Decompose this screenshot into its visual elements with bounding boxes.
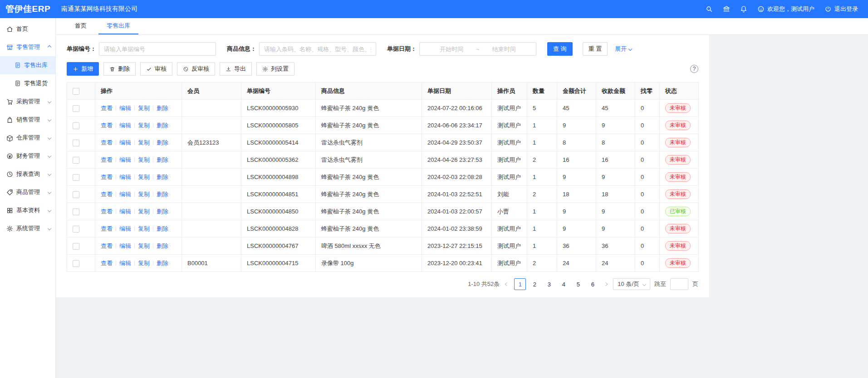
view-link[interactable]: 查看 <box>101 122 113 129</box>
bank-icon[interactable] <box>723 5 730 13</box>
edit-link[interactable]: 编辑 <box>119 191 131 198</box>
page-number-button[interactable]: 2 <box>529 278 540 290</box>
reset-button[interactable]: 重 置 <box>583 42 608 56</box>
row-checkbox[interactable] <box>73 226 79 233</box>
date-range-picker[interactable]: ~ <box>419 42 536 56</box>
sidebar-item-retail-outbound[interactable]: 零售出库 <box>0 56 55 74</box>
copy-link[interactable]: 复制 <box>138 260 150 267</box>
view-link[interactable]: 查看 <box>101 174 113 180</box>
copy-link[interactable]: 复制 <box>138 174 150 180</box>
bell-icon[interactable] <box>740 5 747 13</box>
amount-cell: 18 <box>557 186 596 203</box>
page-number-button[interactable]: 3 <box>543 278 555 290</box>
jump-page-input[interactable] <box>670 278 688 290</box>
welcome-user[interactable]: 欢迎您，测试用户 <box>757 5 814 13</box>
edit-link[interactable]: 编辑 <box>119 105 131 111</box>
sidebar-item-retail-return[interactable]: 零售退货 <box>0 74 55 92</box>
goods-cell: 蜂蜜柚子茶 240g 黄色 <box>316 117 422 134</box>
column-settings-button[interactable]: 列设置 <box>256 62 294 76</box>
select-all-checkbox[interactable] <box>73 88 79 95</box>
sidebar-item-report-query[interactable]: 报表查询 <box>0 165 55 183</box>
export-button[interactable]: 导出 <box>220 62 252 76</box>
copy-link[interactable]: 复制 <box>138 242 150 249</box>
sidebar-item-warehouse-manage[interactable]: 仓库管理 <box>0 129 55 147</box>
view-link[interactable]: 查看 <box>101 105 113 111</box>
view-link[interactable]: 查看 <box>101 260 113 267</box>
audit-button[interactable]: 审核 <box>140 62 172 76</box>
logout-button[interactable]: 退出登录 <box>824 5 858 13</box>
delete-link[interactable]: 删除 <box>157 105 168 111</box>
delete-link[interactable]: 删除 <box>157 139 168 146</box>
row-checkbox[interactable] <box>73 243 79 250</box>
next-page-button[interactable] <box>603 283 609 286</box>
sidebar-item-finance-manage[interactable]: 财务管理 <box>0 147 55 165</box>
delete-link[interactable]: 删除 <box>157 225 168 232</box>
sidebar-item-retail-manage[interactable]: 零售管理 <box>0 38 55 56</box>
clock-icon <box>6 171 13 178</box>
unaudit-button[interactable]: 反审核 <box>177 62 215 76</box>
search-icon[interactable] <box>706 5 713 13</box>
row-checkbox[interactable] <box>73 105 79 112</box>
divider <box>134 106 135 111</box>
page-size-select[interactable]: 10 条/页 <box>613 278 650 290</box>
page-number-button[interactable]: 6 <box>587 278 598 290</box>
bill-no-input[interactable] <box>99 42 216 56</box>
date-end-input[interactable] <box>481 45 528 53</box>
page-number-button[interactable]: 1 <box>514 278 526 290</box>
view-link[interactable]: 查看 <box>101 156 113 163</box>
delete-button[interactable]: 删除 <box>103 62 136 76</box>
edit-link[interactable]: 编辑 <box>119 174 131 180</box>
delete-link[interactable]: 删除 <box>157 191 168 198</box>
row-checkbox[interactable] <box>73 191 79 198</box>
tab[interactable]: 零售出库 <box>98 18 138 34</box>
edit-link[interactable]: 编辑 <box>119 156 131 163</box>
edit-link[interactable]: 编辑 <box>119 139 131 146</box>
delete-link[interactable]: 删除 <box>157 208 168 215</box>
delete-link[interactable]: 删除 <box>157 242 168 249</box>
edit-link[interactable]: 编辑 <box>119 122 131 129</box>
row-checkbox[interactable] <box>73 140 79 146</box>
row-checkbox[interactable] <box>73 260 79 267</box>
prev-page-button[interactable] <box>504 283 510 286</box>
delete-link[interactable]: 删除 <box>157 174 168 180</box>
copy-link[interactable]: 复制 <box>138 191 150 198</box>
edit-link[interactable]: 编辑 <box>119 260 131 267</box>
copy-link[interactable]: 复制 <box>138 208 150 215</box>
delete-link[interactable]: 删除 <box>157 156 168 163</box>
chevron-down-icon <box>48 173 51 175</box>
page-number-button[interactable]: 4 <box>558 278 569 290</box>
tab[interactable]: 首页 <box>67 18 95 34</box>
copy-link[interactable]: 复制 <box>138 156 150 163</box>
view-link[interactable]: 查看 <box>101 208 113 215</box>
delete-link[interactable]: 删除 <box>157 260 168 267</box>
edit-link[interactable]: 编辑 <box>119 208 131 215</box>
sidebar-item-purchase-manage[interactable]: 采购管理 <box>0 92 55 111</box>
delete-link[interactable]: 删除 <box>157 122 168 129</box>
sidebar-item-basic-data[interactable]: 基本资料 <box>0 201 55 219</box>
view-link[interactable]: 查看 <box>101 191 113 198</box>
add-button[interactable]: 新增 <box>67 62 99 76</box>
sidebar-item-system-manage[interactable]: 系统管理 <box>0 219 55 237</box>
view-link[interactable]: 查看 <box>101 242 113 249</box>
copy-link[interactable]: 复制 <box>138 139 150 146</box>
copy-link[interactable]: 复制 <box>138 122 150 129</box>
view-link[interactable]: 查看 <box>101 225 113 232</box>
row-checkbox[interactable] <box>73 157 79 164</box>
date-start-input[interactable] <box>428 45 475 53</box>
copy-link[interactable]: 复制 <box>138 225 150 232</box>
sidebar-item-goods-manage[interactable]: 商品管理 <box>0 183 55 201</box>
edit-link[interactable]: 编辑 <box>119 242 131 249</box>
page-number-button[interactable]: 5 <box>572 278 584 290</box>
sidebar-item-sales-manage[interactable]: 销售管理 <box>0 111 55 129</box>
expand-link[interactable]: 展开 <box>615 45 632 53</box>
help-icon[interactable]: ? <box>690 65 698 73</box>
copy-link[interactable]: 复制 <box>138 105 150 111</box>
goods-input[interactable] <box>259 42 376 56</box>
row-checkbox[interactable] <box>73 208 79 215</box>
row-checkbox[interactable] <box>73 122 79 129</box>
row-checkbox[interactable] <box>73 174 79 181</box>
sidebar-item-home[interactable]: 首页 <box>0 20 55 38</box>
edit-link[interactable]: 编辑 <box>119 225 131 232</box>
view-link[interactable]: 查看 <box>101 139 113 146</box>
search-button[interactable]: 查 询 <box>547 42 573 56</box>
